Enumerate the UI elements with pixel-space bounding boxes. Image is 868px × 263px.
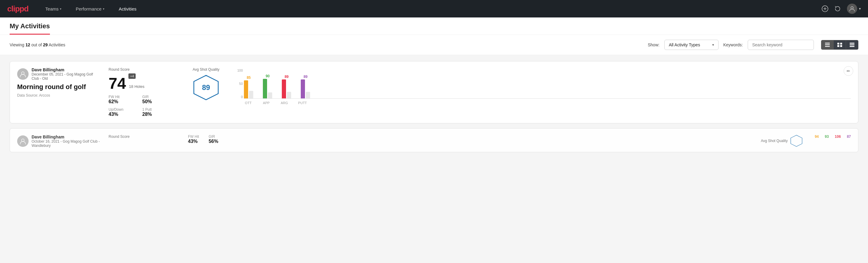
hexagon-value-1: 89: [202, 83, 210, 92]
grid-view-button[interactable]: [834, 40, 846, 49]
viewing-count: 12: [26, 42, 30, 47]
stat-grid-1: FW Hit 62% GIR 50% Up/Down 43% 1 Putt 28…: [108, 95, 170, 117]
stat-1putt-1: 1 Putt 28%: [142, 108, 170, 117]
user-avatar-button[interactable]: ▾: [847, 4, 861, 14]
svg-rect-4: [825, 43, 830, 43]
holes-1: 18 Holes: [128, 84, 144, 89]
svg-rect-9: [837, 45, 839, 47]
viewing-text: Viewing 12 out of 29 Activities: [10, 42, 65, 47]
stat-fw-hit-1: FW Hit 62%: [108, 95, 136, 105]
user-info-2: Dave Billingham October 16, 2021 - Gog M…: [32, 135, 101, 148]
quality-label-1: Avg Shot Quality: [192, 67, 219, 71]
score-badge-1: +4: [128, 74, 136, 79]
add-button[interactable]: [822, 5, 828, 12]
svg-point-3: [851, 7, 853, 9]
svg-rect-5: [825, 45, 830, 46]
round-score-row-1: 74 +4 18 Holes: [108, 74, 170, 91]
svg-point-16: [22, 139, 24, 142]
bar-arg-1: 89: [282, 75, 291, 98]
logo[interactable]: clippd: [7, 4, 29, 13]
card-quality-2: Avg Shot Quality: [761, 135, 803, 147]
list-full-view-button[interactable]: [846, 40, 858, 49]
refresh-button[interactable]: [834, 5, 841, 12]
svg-rect-11: [850, 43, 855, 43]
avatar: [847, 4, 857, 14]
card-stats-2: Round Score: [108, 135, 175, 141]
user-date-1: December 05, 2021 - Gog Magog Golf Club …: [32, 72, 101, 81]
svg-point-14: [22, 72, 24, 75]
nav-activities-label: Activities: [119, 6, 136, 11]
keywords-label: Keywords:: [723, 42, 743, 47]
edit-button-1[interactable]: ✏: [844, 66, 853, 76]
activities-list: ✏ Dave Billingham December 05, 2021 - Go…: [0, 55, 868, 158]
user-avatar-1: [17, 68, 29, 80]
user-row-2: Dave Billingham October 16, 2021 - Gog M…: [17, 135, 101, 148]
page-title: My Activities: [10, 22, 50, 35]
card-chart-2-partial: 94 93 106 87: [815, 135, 851, 139]
user-name-1: Dave Billingham: [32, 67, 101, 72]
show-label: Show:: [648, 42, 659, 47]
hexagon-1: 89: [192, 74, 220, 101]
svg-rect-6: [825, 46, 830, 47]
navbar: clippd Teams ▾ Performance ▾ Activities: [0, 0, 868, 18]
card-title-1: Morning round of golf: [17, 83, 101, 91]
user-info-1: Dave Billingham December 05, 2021 - Gog …: [32, 67, 101, 81]
svg-rect-8: [840, 43, 842, 45]
svg-rect-12: [850, 45, 855, 46]
stat-updown-1: Up/Down 43%: [108, 108, 136, 117]
card-stats-1: Round Score 74 +4 18 Holes FW Hit 62% GI…: [108, 67, 175, 117]
user-row-1: Dave Billingham December 05, 2021 - Gog …: [17, 67, 101, 81]
card-quality-1: Avg Shot Quality 89: [182, 67, 230, 101]
svg-rect-10: [840, 45, 842, 47]
card-chart-1: 100 50 0 85: [237, 67, 851, 110]
round-score-label-2: Round Score: [108, 135, 170, 139]
bar-ott-1: 85: [244, 76, 253, 98]
nav-activities[interactable]: Activities: [116, 5, 139, 12]
page-header: My Activities: [0, 18, 868, 35]
view-toggle-buttons: [821, 40, 858, 50]
bar-app-1: 90: [263, 74, 272, 98]
svg-marker-17: [791, 135, 802, 147]
bar-putt-1: 89: [301, 75, 310, 98]
score-1: 74: [108, 76, 126, 91]
search-input[interactable]: [748, 40, 814, 50]
filter-bar: Viewing 12 out of 29 Activities Show: Al…: [0, 35, 868, 55]
activity-card-1: ✏ Dave Billingham December 05, 2021 - Go…: [10, 61, 858, 123]
user-avatar-2: [17, 136, 29, 147]
svg-rect-7: [837, 43, 839, 45]
nav-teams[interactable]: Teams ▾: [43, 5, 64, 12]
nav-teams-label: Teams: [45, 6, 59, 11]
navbar-right: ▾: [822, 4, 861, 14]
viewing-total: 29: [43, 42, 48, 47]
activity-type-dropdown[interactable]: All Activity Types ▾: [664, 40, 718, 50]
chart-y-labels-1: 100 50 0: [237, 68, 243, 105]
avatar-chevron-icon: ▾: [859, 7, 861, 11]
stat-gir-2: GIR 56%: [209, 135, 218, 144]
nav-performance[interactable]: Performance ▾: [73, 5, 107, 12]
teams-chevron-icon: ▾: [60, 7, 61, 10]
activity-card-2: Dave Billingham October 16, 2021 - Gog M…: [10, 128, 858, 152]
nav-performance-label: Performance: [76, 6, 102, 11]
card-left-1: Dave Billingham December 05, 2021 - Gog …: [17, 67, 101, 97]
stat-fw-hit-2: FW Hit 43%: [188, 135, 199, 144]
list-compact-view-button[interactable]: [822, 40, 834, 49]
user-date-2: October 16, 2021 - Gog Magog Golf Club -…: [32, 139, 101, 148]
activity-type-value: All Activity Types: [669, 42, 700, 47]
performance-chevron-icon: ▾: [103, 7, 104, 10]
svg-rect-13: [850, 46, 855, 47]
card-left-2: Dave Billingham October 16, 2021 - Gog M…: [17, 135, 101, 150]
data-source-1: Data Source: Arccos: [17, 93, 101, 97]
user-name-2: Dave Billingham: [32, 135, 101, 139]
activity-type-chevron-icon: ▾: [712, 43, 714, 47]
round-score-label-1: Round Score: [108, 67, 170, 71]
stat-gir-1: GIR 50%: [142, 95, 170, 105]
